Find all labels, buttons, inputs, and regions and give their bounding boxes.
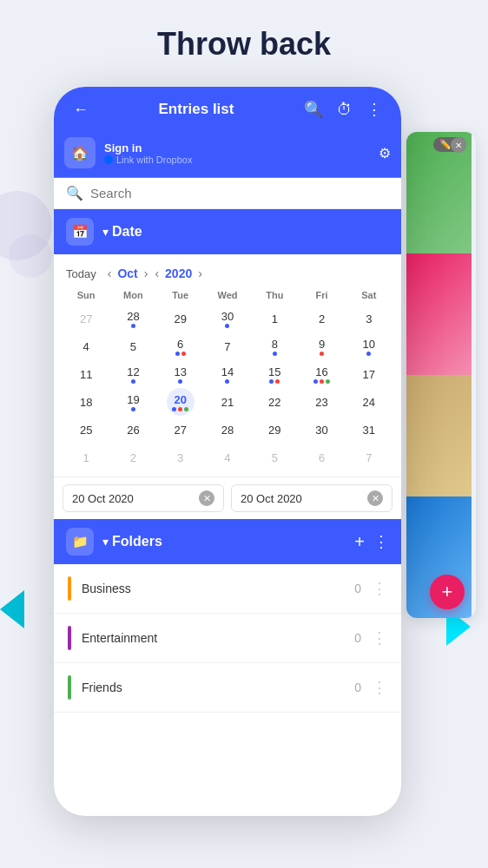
cal-day[interactable]: 2 bbox=[308, 305, 336, 332]
cal-day[interactable]: 19 bbox=[119, 388, 147, 416]
cal-day[interactable]: 6 bbox=[167, 332, 195, 360]
folder-color-bar bbox=[68, 675, 71, 700]
cal-header-mon: Mon bbox=[109, 287, 156, 305]
fab-button[interactable]: + bbox=[430, 575, 465, 609]
cal-header-sat: Sat bbox=[346, 287, 392, 305]
home-icon: 🏠 bbox=[64, 137, 96, 168]
cal-header-thu: Thu bbox=[251, 287, 298, 305]
folder-name: Business bbox=[82, 582, 354, 595]
cal-day[interactable]: 7 bbox=[214, 332, 241, 360]
header-title: Entries list bbox=[96, 101, 297, 118]
dropbox-icon bbox=[104, 155, 113, 164]
more-button[interactable]: ⋮ bbox=[366, 100, 382, 119]
top-bar: ← Entries list 🔍 ⏱ ⋮ bbox=[54, 87, 401, 132]
cal-header-wed: Wed bbox=[204, 287, 251, 305]
cal-day[interactable]: 30 bbox=[214, 305, 241, 332]
chevron-down-icon: ▾ bbox=[102, 225, 109, 239]
search-button[interactable]: 🔍 bbox=[304, 100, 323, 119]
cal-day[interactable]: 5 bbox=[260, 444, 288, 471]
cal-day[interactable]: 16 bbox=[308, 360, 336, 388]
folder-name: Friends bbox=[82, 681, 354, 694]
close-icon-1[interactable]: ✕ bbox=[451, 137, 466, 153]
folder-more-button[interactable]: ⋮ bbox=[372, 678, 387, 697]
cal-day[interactable]: 27 bbox=[72, 305, 100, 332]
cal-header-sun: Sun bbox=[63, 287, 109, 305]
dropbox-label: Link with Dropbox bbox=[116, 155, 192, 165]
cal-day[interactable]: 14 bbox=[214, 360, 241, 388]
next-year-button[interactable]: › bbox=[195, 266, 205, 280]
folders-more-button[interactable]: ⋮ bbox=[373, 532, 389, 551]
date-to-tag: 20 Oct 2020 ✕ bbox=[231, 484, 392, 512]
cal-day[interactable]: 25 bbox=[72, 416, 100, 444]
cal-day[interactable]: 29 bbox=[260, 416, 288, 444]
search-icon: 🔍 bbox=[66, 185, 83, 201]
search-input[interactable] bbox=[90, 186, 389, 201]
folder-item[interactable]: Friends 0 ⋮ bbox=[54, 663, 401, 713]
folder-more-button[interactable]: ⋮ bbox=[372, 628, 387, 648]
cal-day[interactable]: 13 bbox=[167, 360, 195, 388]
cal-day[interactable]: 23 bbox=[308, 388, 336, 416]
cal-day[interactable]: 31 bbox=[355, 416, 383, 444]
cal-day[interactable]: 12 bbox=[119, 360, 147, 388]
images-strip: ✏️ 5 ✕ + bbox=[406, 132, 476, 618]
folders-label: Folders bbox=[112, 534, 354, 549]
cal-day[interactable]: 24 bbox=[355, 388, 383, 416]
next-month-button[interactable]: › bbox=[142, 266, 151, 280]
date-from-tag: 20 Oct 2020 ✕ bbox=[63, 484, 224, 512]
dropbox-link[interactable]: Link with Dropbox bbox=[104, 155, 379, 165]
cal-day[interactable]: 3 bbox=[167, 444, 195, 471]
cal-day[interactable]: 26 bbox=[119, 416, 147, 444]
calendar-nav: Today ‹ Oct › ‹ 2020 › bbox=[63, 263, 392, 287]
today-label[interactable]: Today bbox=[66, 267, 96, 280]
gear-icon[interactable]: ⚙ bbox=[379, 145, 391, 161]
folder-count: 0 bbox=[354, 582, 361, 595]
cal-day[interactable]: 4 bbox=[214, 444, 241, 471]
signin-title: Sign in bbox=[104, 141, 379, 155]
cal-day[interactable]: 20 bbox=[167, 388, 195, 416]
prev-month-button[interactable]: ‹ bbox=[105, 266, 115, 280]
cal-day[interactable]: 4 bbox=[72, 332, 100, 360]
cal-day[interactable]: 27 bbox=[167, 416, 195, 444]
folder-count: 0 bbox=[354, 631, 361, 645]
date-section-header: 📅 ▾ Date bbox=[54, 209, 401, 254]
date-section-label: Date bbox=[112, 224, 142, 240]
cal-day[interactable]: 2 bbox=[119, 444, 147, 471]
cal-header-tue: Tue bbox=[157, 287, 204, 305]
prev-year-button[interactable]: ‹ bbox=[152, 266, 162, 280]
cal-day[interactable]: 11 bbox=[72, 360, 100, 388]
cal-day[interactable]: 1 bbox=[260, 305, 288, 332]
cal-day[interactable]: 18 bbox=[72, 388, 100, 416]
image-item-3 bbox=[406, 375, 472, 496]
folders-chevron-icon: ▾ bbox=[102, 535, 109, 549]
cal-day[interactable]: 7 bbox=[355, 444, 383, 471]
cal-day[interactable]: 6 bbox=[308, 444, 336, 471]
cal-day[interactable]: 28 bbox=[119, 305, 147, 332]
signin-bar: 🏠 Sign in Link with Dropbox ⚙ bbox=[54, 132, 401, 178]
cal-day[interactable]: 5 bbox=[119, 332, 147, 360]
cal-day[interactable]: 22 bbox=[260, 388, 288, 416]
cal-day[interactable]: 29 bbox=[167, 305, 195, 332]
cal-day[interactable]: 9 bbox=[308, 332, 336, 360]
date-from-value: 20 Oct 2020 bbox=[72, 492, 134, 505]
cal-day[interactable]: 10 bbox=[355, 332, 383, 360]
folder-item[interactable]: Entertainment 0 ⋮ bbox=[54, 614, 401, 663]
cal-day[interactable]: 21 bbox=[214, 388, 241, 416]
folder-icon: 📁 bbox=[66, 528, 94, 556]
cal-day[interactable]: 15 bbox=[260, 360, 288, 388]
history-button[interactable]: ⏱ bbox=[337, 101, 353, 119]
calendar-wrap: Today ‹ Oct › ‹ 2020 › SunMonTueWedThuFr… bbox=[54, 254, 401, 477]
cal-day[interactable]: 1 bbox=[72, 444, 100, 471]
current-month: Oct bbox=[117, 266, 137, 280]
cal-day[interactable]: 8 bbox=[260, 332, 288, 360]
pencil-icon: ✏️ bbox=[439, 139, 452, 150]
cal-day[interactable]: 30 bbox=[308, 416, 336, 444]
cal-day[interactable]: 3 bbox=[355, 305, 383, 332]
folder-more-button[interactable]: ⋮ bbox=[372, 579, 387, 598]
back-button[interactable]: ← bbox=[73, 101, 89, 119]
add-folder-button[interactable]: + bbox=[354, 532, 365, 552]
clear-from-button[interactable]: ✕ bbox=[199, 490, 214, 506]
cal-day[interactable]: 28 bbox=[214, 416, 241, 444]
cal-day[interactable]: 17 bbox=[355, 360, 383, 388]
clear-to-button[interactable]: ✕ bbox=[367, 490, 383, 506]
folder-item[interactable]: Business 0 ⋮ bbox=[54, 564, 401, 614]
